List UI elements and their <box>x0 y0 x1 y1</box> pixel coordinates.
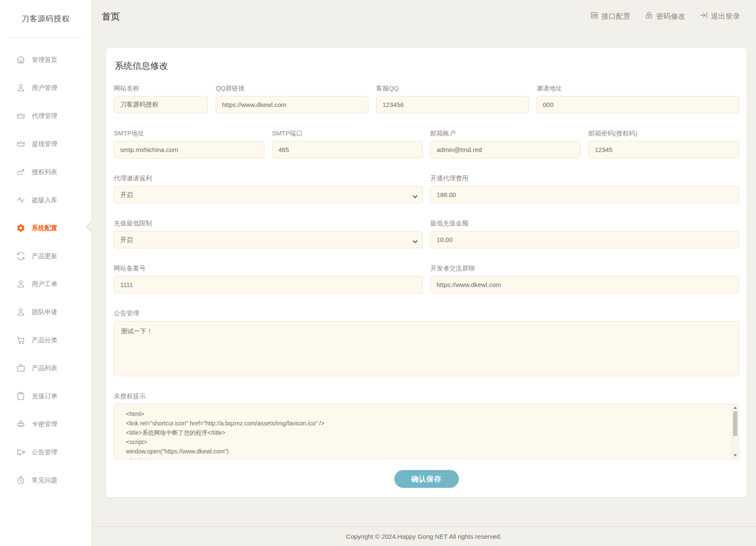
sidebar-item-admin-home[interactable]: 管理首页 <box>0 46 91 74</box>
unauthorized-tip-textarea[interactable]: <html> <link rel="shortcut icon" href="h… <box>114 404 739 459</box>
sidebar-item-label: 常见问题 <box>32 476 57 484</box>
main-area: 首页 接口配置 密码修改 退出登录 系统信息修改 网站名称 <box>92 0 756 546</box>
agent-invite-rebate-select[interactable]: 开启 <box>114 186 423 203</box>
button-row: 确认保存 <box>114 470 739 488</box>
sidebar-item-label: 盗版入库 <box>32 196 57 204</box>
site-name-input[interactable] <box>114 96 208 113</box>
sidebar: 刀客源码授权 管理首页 用户管理 代理管理 提现管理 授权列表 盗版入库 <box>0 0 92 546</box>
sidebar-item-user-management[interactable]: 用户管理 <box>0 74 91 102</box>
sidebar-item-product-category[interactable]: 产品分类 <box>0 326 91 354</box>
service-qq-input[interactable] <box>376 96 529 113</box>
email-password-label: 邮箱密码(授权码) <box>588 129 739 138</box>
unauthorized-tip-label: 未授权提示 <box>114 392 739 400</box>
sidebar-item-label: 充值订单 <box>32 392 57 400</box>
cart-icon <box>16 335 25 345</box>
form-row-4: 充值最低限制 开启 最低充值金额 <box>114 220 739 248</box>
smtp-host-field: SMTP地址 <box>114 129 264 158</box>
logout-label: 退出登录 <box>711 11 740 21</box>
agent-open-fee-input[interactable] <box>430 186 739 203</box>
sidebar-item-faq[interactable]: 常见问题 <box>0 466 91 494</box>
unauthorized-tip-field: 未授权提示 <html> <link rel="shortcut icon" h… <box>114 392 739 459</box>
system-info-card: 系统信息修改 网站名称 QQ群链接 客服QQ 邀请地址 SMTP地址 <box>106 48 747 497</box>
sidebar-item-label: 团队申请 <box>32 308 57 316</box>
sidebar-item-system-config[interactable]: 系统配置 <box>0 214 91 242</box>
logout-icon <box>700 11 708 22</box>
scroll-down-icon[interactable] <box>732 452 738 458</box>
form-row-3: 代理邀请返利 开启 开通代理费用 <box>114 174 739 203</box>
sidebar-item-user-tickets[interactable]: 用户工单 <box>0 270 91 298</box>
sidebar-item-team-apply[interactable]: 团队申请 <box>0 298 91 326</box>
announcement-label: 公告管理 <box>114 310 739 318</box>
sidebar-item-label: 用户管理 <box>32 84 57 92</box>
change-password-button[interactable]: 密码修改 <box>645 11 685 22</box>
clipboard-icon <box>16 391 25 401</box>
dev-group-chat-label: 开发者交流群聊 <box>430 265 739 273</box>
gear-icon <box>16 223 25 233</box>
textarea-scrollbar[interactable] <box>732 405 738 459</box>
smtp-host-input[interactable] <box>114 141 264 158</box>
logout-button[interactable]: 退出登录 <box>700 11 740 22</box>
scrollbar-thumb[interactable] <box>733 411 737 436</box>
sidebar-item-label: 产品列表 <box>32 364 57 372</box>
sidebar-item-recharge-orders[interactable]: 充值订单 <box>0 382 91 410</box>
crown-icon <box>16 111 25 121</box>
sidebar-item-withdraw-management[interactable]: 提现管理 <box>0 130 91 158</box>
home-icon <box>16 55 25 65</box>
site-name-label: 网站名称 <box>114 84 208 93</box>
footer: Copyright © 2024.Happy Gong NET All righ… <box>92 526 756 546</box>
form-row-announcement: 公告管理 测试一下！ <box>114 310 739 376</box>
recharge-min-limit-select[interactable]: 开启 <box>114 231 423 248</box>
email-account-input[interactable] <box>430 141 581 158</box>
sidebar-item-card-key-management[interactable]: 卡密管理 <box>0 410 91 438</box>
agent-invite-rebate-label: 代理邀请返利 <box>114 174 423 183</box>
sidebar-item-piracy-storage[interactable]: 盗版入库 <box>0 186 91 214</box>
megaphone-icon <box>16 447 25 457</box>
recharge-min-limit-field: 充值最低限制 开启 <box>114 220 423 248</box>
form-row-unauthorized: 未授权提示 <html> <link rel="shortcut icon" h… <box>114 392 739 459</box>
user-icon <box>16 83 25 93</box>
top-header: 首页 接口配置 密码修改 退出登录 <box>92 0 756 33</box>
smtp-port-input[interactable] <box>272 141 423 158</box>
email-account-label: 邮箱账户 <box>430 129 581 138</box>
save-button[interactable]: 确认保存 <box>394 470 459 488</box>
lock-icon <box>645 11 653 22</box>
email-password-field: 邮箱密码(授权码) <box>588 129 739 158</box>
dev-group-chat-input[interactable] <box>430 276 739 293</box>
qq-group-link-label: QQ群链接 <box>216 84 368 93</box>
page-title: 首页 <box>102 11 120 23</box>
announcement-field: 公告管理 测试一下！ <box>114 310 739 376</box>
user-icon <box>16 279 25 289</box>
sidebar-item-product-update[interactable]: 产品更新 <box>0 242 91 270</box>
email-password-input[interactable] <box>588 141 739 158</box>
qq-group-link-field: QQ群链接 <box>216 84 368 113</box>
refresh-icon <box>16 251 25 261</box>
stopwatch-icon <box>16 476 25 485</box>
smtp-host-label: SMTP地址 <box>114 129 264 138</box>
sidebar-item-auth-list[interactable]: 授权列表 <box>0 158 91 186</box>
agent-open-fee-label: 开通代理费用 <box>430 174 739 183</box>
qq-group-link-input[interactable] <box>216 96 368 113</box>
recharge-min-amount-field: 最低充值金额 <box>430 220 739 248</box>
icp-number-field: 网站备案号 <box>114 265 423 293</box>
invite-address-input[interactable] <box>537 96 739 113</box>
sidebar-item-announcement-management[interactable]: 公告管理 <box>0 438 91 466</box>
icp-number-input[interactable] <box>114 276 423 293</box>
service-qq-label: 客服QQ <box>376 84 529 93</box>
sidebar-item-label: 管理首页 <box>32 56 57 64</box>
recharge-min-amount-input[interactable] <box>430 231 739 248</box>
invite-address-field: 邀请地址 <box>537 84 739 113</box>
briefcase-icon <box>16 363 25 373</box>
scroll-up-icon[interactable] <box>732 405 738 411</box>
recharge-min-limit-label: 充值最低限制 <box>114 220 423 228</box>
user-icon <box>16 307 25 317</box>
sidebar-item-label: 用户工单 <box>32 280 57 288</box>
api-config-button[interactable]: 接口配置 <box>590 11 630 22</box>
sidebar-item-agent-management[interactable]: 代理管理 <box>0 102 91 130</box>
announcement-textarea[interactable]: 测试一下！ <box>114 321 739 376</box>
email-account-field: 邮箱账户 <box>430 129 581 158</box>
activity-icon <box>16 195 25 205</box>
sidebar-item-product-list[interactable]: 产品列表 <box>0 354 91 382</box>
icp-number-label: 网站备案号 <box>114 265 423 273</box>
sidebar-menu: 管理首页 用户管理 代理管理 提现管理 授权列表 盗版入库 系统配置 产品更新 <box>0 38 91 494</box>
sidebar-item-label: 授权列表 <box>32 168 57 176</box>
